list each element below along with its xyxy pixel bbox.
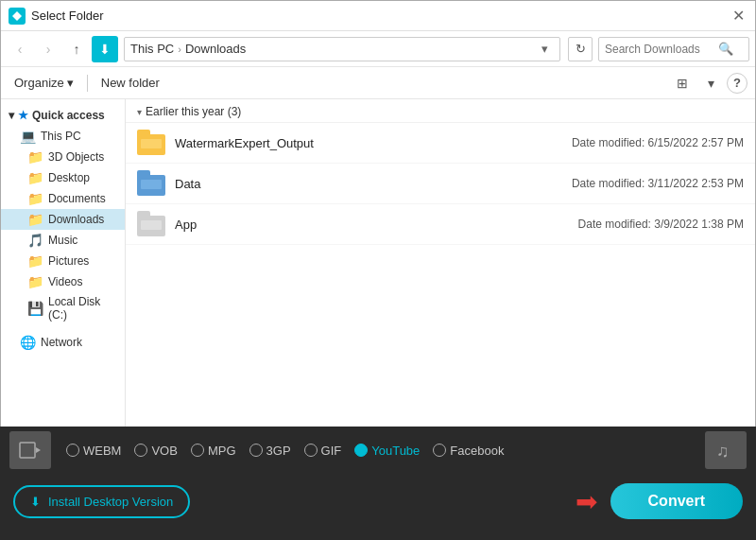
path-this-pc: This PC — [130, 42, 174, 56]
sidebar-item-downloads[interactable]: 📁 Downloads — [1, 209, 125, 230]
radio-label-gif: GIF — [321, 444, 342, 458]
desktop-label: Desktop — [48, 171, 90, 184]
download-icon: ⬇ — [30, 495, 41, 509]
view-button[interactable]: ⊞ — [670, 71, 695, 96]
format-radio-group: WEBMVOBMPG3GPGIFYouTubeFacebook — [66, 444, 504, 458]
sidebar-item-pictures[interactable]: 📁 Pictures — [1, 251, 125, 271]
organize-button[interactable]: Organize ▾ — [9, 73, 79, 93]
radio-circle-mpg — [191, 444, 204, 457]
toolbar-separator — [87, 75, 88, 92]
search-box[interactable]: 🔍 — [598, 37, 749, 61]
toolbar-right: ⊞ ▾ ? — [670, 71, 747, 96]
data-folder-icon — [137, 168, 167, 199]
radio-circle-gif — [304, 444, 318, 457]
file-item-data[interactable]: Data Date modified: 3/11/2022 2:53 PM — [126, 164, 755, 204]
quick-access-star: ★ — [18, 109, 28, 122]
file-item-watermark[interactable]: WatermarkExpert_Output Date modified: 6/… — [126, 123, 755, 164]
radio-circle-facebook — [433, 444, 446, 457]
search-input[interactable] — [605, 43, 718, 56]
new-folder-button[interactable]: New folder — [95, 73, 165, 93]
file-list: ▾ Earlier this year (3) WatermarkExpert_… — [126, 99, 755, 465]
format-radio-mpg[interactable]: MPG — [191, 444, 236, 458]
music-icon: ♫ — [705, 431, 747, 469]
svg-text:♫: ♫ — [716, 442, 730, 461]
app-folder-date: Date modified: 3/9/2022 1:38 PM — [578, 218, 744, 231]
watermark-folder-name: WatermarkExpert_Output — [175, 136, 572, 150]
svg-marker-1 — [36, 447, 41, 453]
section-label: Earlier this year (3) — [146, 105, 241, 118]
sidebar-item-this-pc[interactable]: 💻 This PC — [1, 126, 125, 147]
format-radio-3gp[interactable]: 3GP — [249, 444, 291, 458]
sidebar-item-music[interactable]: 🎵 Music — [1, 230, 125, 251]
help-button[interactable]: ? — [727, 73, 747, 94]
format-radio-facebook[interactable]: Facebook — [433, 444, 504, 458]
sidebar-item-desktop[interactable]: 📁 Desktop — [1, 167, 125, 188]
sidebar-item-videos[interactable]: 📁 Videos — [1, 271, 125, 292]
radio-label-vob: VOB — [151, 444, 177, 458]
radio-label-3gp: 3GP — [266, 444, 291, 458]
back-button[interactable]: ‹ — [7, 36, 33, 62]
file-section-header: ▾ Earlier this year (3) — [126, 99, 755, 123]
music-folder-icon: 🎵 — [27, 233, 43, 248]
radio-label-youtube: YouTube — [371, 444, 420, 458]
pictures-icon: 📁 — [27, 253, 43, 269]
address-bar[interactable]: This PC › Downloads ▾ — [124, 37, 560, 61]
network-icon: 🌐 — [20, 335, 36, 350]
main-area: ▾ ★ Quick access 💻 This PC 📁 3D Objects … — [1, 99, 755, 465]
new-folder-label: New folder — [101, 76, 160, 90]
format-radio-vob[interactable]: VOB — [134, 444, 177, 458]
format-bar: WEBMVOBMPG3GPGIFYouTubeFacebook ♫ — [0, 427, 756, 474]
format-radio-gif[interactable]: GIF — [304, 444, 342, 458]
radio-circle-youtube — [354, 444, 368, 457]
organize-label: Organize — [14, 76, 64, 90]
forward-button[interactable]: › — [35, 36, 61, 62]
downloads-nav-icon[interactable]: ⬇ — [92, 36, 118, 62]
title-bar: Select Folder ✕ — [1, 1, 755, 31]
app-icon — [9, 8, 26, 25]
radio-circle-3gp — [249, 444, 263, 457]
sidebar-item-documents[interactable]: 📁 Documents — [1, 188, 125, 209]
section-chevron: ▾ — [137, 107, 142, 117]
sidebar-item-3d-objects[interactable]: 📁 3D Objects — [1, 147, 125, 167]
downloads-icon: 📁 — [27, 212, 43, 227]
install-desktop-btn[interactable]: ⬇ Install Desktop Version — [13, 485, 190, 518]
close-icon[interactable]: ✕ — [729, 7, 747, 26]
pictures-label: Pictures — [48, 254, 89, 268]
refresh-button[interactable]: ↻ — [568, 37, 593, 61]
quick-access-chevron: ▾ — [9, 109, 14, 122]
format-radio-webm[interactable]: WEBM — [66, 444, 121, 458]
this-pc-label: This PC — [41, 130, 81, 143]
install-desktop-label: Install Desktop Version — [48, 495, 173, 509]
radio-circle-vob — [134, 444, 147, 457]
file-item-app[interactable]: App Date modified: 3/9/2022 1:38 PM — [126, 204, 755, 245]
format-radio-youtube[interactable]: YouTube — [354, 444, 420, 458]
data-folder-date: Date modified: 3/11/2022 2:53 PM — [572, 177, 744, 190]
desktop-icon: 📁 — [27, 170, 43, 185]
organize-chevron: ▾ — [67, 76, 74, 90]
svg-rect-0 — [20, 443, 35, 458]
convert-button[interactable]: Convert — [610, 483, 743, 519]
data-folder-name: Data — [175, 177, 572, 191]
arrow-icon: ➡ — [576, 486, 597, 517]
sidebar-item-network[interactable]: 🌐 Network — [1, 332, 125, 353]
convert-bar: ⬇ Install Desktop Version ➡ Convert — [0, 474, 756, 529]
watermark-folder-icon — [137, 128, 167, 158]
address-dropdown-btn[interactable]: ▾ — [535, 38, 554, 61]
quick-access-label: Quick access — [32, 109, 105, 122]
videos-icon: 📁 — [27, 274, 43, 289]
video-format-icon — [9, 431, 51, 469]
local-disk-label: Local Disk (C:) — [48, 295, 117, 322]
path-chevron-1: › — [178, 44, 181, 55]
network-label: Network — [41, 336, 82, 349]
up-button[interactable]: ↑ — [63, 36, 90, 62]
sidebar-quick-access[interactable]: ▾ ★ Quick access — [1, 105, 125, 126]
nav-bar: ‹ › ↑ ⬇ This PC › Downloads ▾ ↻ 🔍 — [1, 31, 755, 67]
downloads-label: Downloads — [48, 213, 104, 226]
radio-label-mpg: MPG — [208, 444, 236, 458]
radio-circle-webm — [66, 444, 79, 457]
view-dropdown-btn[interactable]: ▾ — [698, 71, 723, 96]
sidebar-item-local-disk[interactable]: 💾 Local Disk (C:) — [1, 292, 125, 324]
this-pc-icon: 💻 — [20, 129, 36, 144]
title-bar-text: Select Folder — [31, 9, 729, 23]
address-path: This PC › Downloads — [130, 42, 535, 56]
